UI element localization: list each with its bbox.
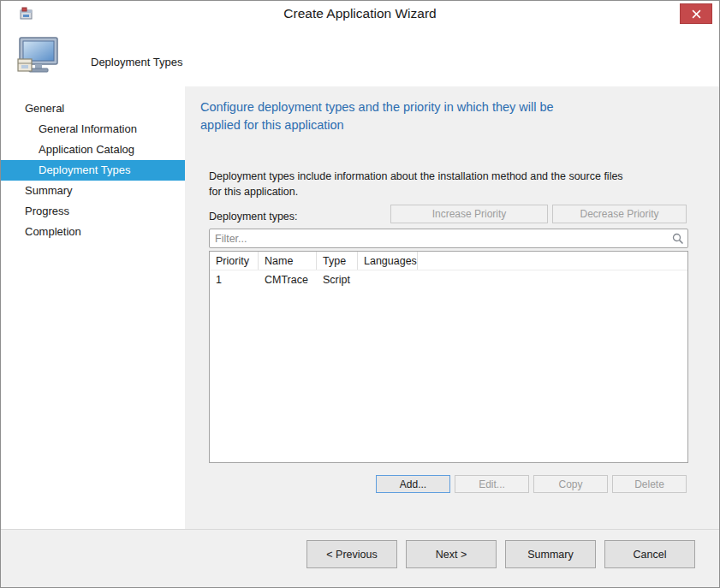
add-button[interactable]: Add... [376,475,450,493]
wizard-header: Deployment Types [1,27,719,86]
header-title: Deployment Types [91,56,182,68]
title-bar: Create Application Wizard [1,1,719,27]
nav-item-completion[interactable]: Completion [1,222,185,242]
column-header-name[interactable]: Name [259,252,317,270]
table-header-row: Priority Name Type Languages [210,252,687,270]
content-panel: Configure deployment types and the prior… [185,86,719,529]
filter-input[interactable] [210,229,669,247]
next-button[interactable]: Next > [406,540,497,568]
deployment-types-icon [15,35,62,81]
cell-filler [418,270,687,288]
window-title: Create Application Wizard [1,6,719,21]
previous-button[interactable]: < Previous [306,540,397,568]
increase-priority-button[interactable]: Increase Priority [390,205,548,223]
nav-item-summary[interactable]: Summary [1,181,185,201]
page-description: Deployment types include information abo… [209,169,693,199]
filter-box [209,229,688,248]
nav-item-deployment-types[interactable]: Deployment Types [1,160,185,181]
page-heading: Configure deployment types and the prior… [200,98,680,134]
search-icon [669,233,687,245]
decrease-priority-button[interactable]: Decrease Priority [552,205,687,223]
nav-item-general-information[interactable]: General Information [1,119,185,140]
cell-languages [358,270,418,288]
table-row[interactable]: 1 CMTrace Script [210,270,687,288]
close-button[interactable] [680,3,712,24]
priority-button-group: Increase Priority Decrease Priority [390,205,687,223]
table-button-group: Add... Edit... Copy Delete [376,475,687,493]
column-header-priority[interactable]: Priority [210,252,259,270]
close-icon [692,9,701,19]
column-header-languages[interactable]: Languages [358,252,418,270]
cell-type: Script [317,270,358,288]
column-header-type[interactable]: Type [317,252,358,270]
cell-priority: 1 [210,270,259,288]
create-application-wizard-window: Create Application Wizard [0,0,720,588]
cancel-button[interactable]: Cancel [604,540,695,568]
edit-button[interactable]: Edit... [455,475,529,493]
nav-item-application-catalog[interactable]: Application Catalog [1,140,185,160]
nav-item-general[interactable]: General [1,98,185,119]
copy-button[interactable]: Copy [533,475,608,493]
wizard-nav: General General Information Application … [1,86,185,529]
nav-item-progress[interactable]: Progress [1,201,185,222]
column-header-filler [418,252,687,270]
deployment-types-table: Priority Name Type Languages 1 CMTrace S… [209,251,688,463]
deployment-types-label: Deployment types: [209,211,298,223]
footer-bar: < Previous Next > Summary Cancel [1,529,719,587]
cell-name: CMTrace [259,270,317,288]
delete-button[interactable]: Delete [612,475,687,493]
summary-button[interactable]: Summary [505,540,596,568]
